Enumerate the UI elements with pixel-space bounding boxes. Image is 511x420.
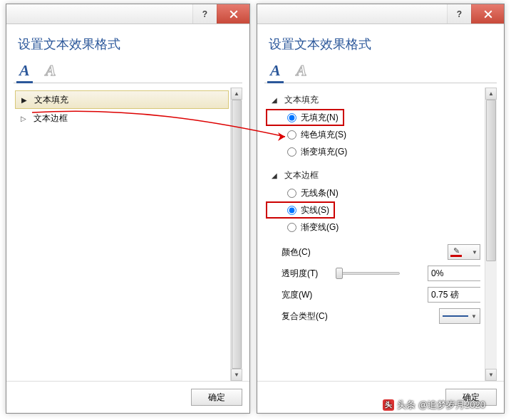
scroll-content-right: ◢ 文本填充 无填充(N) 纯色填充(S) 渐变填充(G) ◢ (264, 88, 485, 381)
prop-label: 复合类型(C) (282, 310, 330, 322)
paint-bucket-icon: ✎ (453, 247, 460, 255)
radio-label: 渐变线(G) (301, 221, 339, 233)
radio-input[interactable] (287, 147, 296, 157)
scroll-content-left: ▶ 文本填充 ▷ 文本边框 (14, 88, 230, 381)
section-label: 文本填充 (284, 94, 319, 106)
chevron-down-icon: ▼ (472, 249, 478, 256)
radio-input[interactable] (287, 130, 296, 140)
dialog-title: 设置文本效果格式 (264, 31, 497, 61)
chevron-down-icon: ◢ (272, 96, 280, 104)
radio-input[interactable] (287, 223, 296, 232)
section-text-fill[interactable]: ◢ 文本填充 (266, 90, 483, 109)
radio-label: 无线条(N) (301, 187, 339, 199)
watermark: 头 头条 @追梦岁月2020 (383, 399, 485, 411)
tab-text-fill[interactable]: A (269, 61, 282, 83)
chevron-right-icon: ▷ (21, 115, 29, 122)
dialog-right: ? 设置文本效果格式 A A ◢ 文本填充 无填充(N) 纯色 (257, 4, 505, 414)
ok-button[interactable]: 确定 (191, 389, 242, 406)
radio-gradient-fill[interactable]: 渐变填充(G) (266, 143, 483, 160)
radio-solid-fill[interactable]: 纯色填充(S) (266, 126, 483, 143)
prop-compound: 复合类型(C) ▼ (266, 305, 483, 327)
radio-no-fill[interactable]: 无填充(N) (266, 109, 344, 126)
width-spinner[interactable]: ▲ ▼ (428, 287, 480, 303)
toutiao-icon: 头 (383, 399, 394, 411)
tab-text-outline[interactable]: A (295, 61, 309, 83)
dialog-title: 设置文本效果格式 (14, 31, 242, 61)
tree-item-text-outline[interactable]: ▷ 文本边框 (15, 109, 229, 127)
chevron-down-icon: ▼ (471, 313, 477, 320)
close-button[interactable] (217, 4, 249, 23)
prop-label: 宽度(W) (282, 289, 330, 301)
radio-input[interactable] (287, 206, 296, 215)
color-picker-button[interactable]: ✎ ▼ (448, 244, 480, 260)
transparency-spinner[interactable]: ▲ ▼ (428, 266, 480, 281)
transparency-input[interactable] (428, 266, 485, 280)
help-button[interactable]: ? (192, 4, 217, 23)
radio-solid-line[interactable]: 实线(S) (266, 201, 335, 219)
scrollbar[interactable]: ▲ ▼ (485, 88, 497, 381)
tab-strip: A A (14, 61, 242, 83)
scrollbar[interactable]: ▲ ▼ (230, 88, 242, 381)
prop-label: 颜色(C) (282, 246, 330, 258)
tab-text-outline[interactable]: A (44, 61, 58, 83)
tree-label: 文本填充 (34, 94, 68, 106)
help-button[interactable]: ? (447, 4, 471, 23)
prop-label: 透明度(T) (282, 268, 330, 280)
tree-label: 文本边框 (33, 112, 68, 125)
prop-color: 颜色(C) ✎ ▼ (266, 241, 483, 263)
slider-thumb[interactable] (336, 268, 343, 279)
button-bar: 确定 (6, 381, 249, 413)
scroll-up-button[interactable]: ▲ (231, 88, 242, 100)
tab-strip: A A (264, 61, 497, 83)
tree-item-text-fill[interactable]: ▶ 文本填充 (15, 90, 229, 109)
titlebar: ? (257, 4, 504, 24)
prop-transparency: 透明度(T) ▲ ▼ (266, 263, 483, 284)
scroll-thumb[interactable] (486, 100, 496, 261)
transparency-slider[interactable] (336, 268, 400, 279)
radio-label: 无填充(N) (301, 112, 339, 124)
chevron-right-icon: ▶ (21, 96, 30, 104)
scroll-up-button[interactable]: ▲ (485, 88, 497, 100)
scroll-down-button[interactable]: ▼ (231, 369, 242, 381)
radio-no-line[interactable]: 无线条(N) (266, 184, 483, 201)
watermark-text: 头条 @追梦岁月2020 (397, 399, 485, 411)
tab-text-fill[interactable]: A (18, 61, 31, 83)
radio-label: 渐变填充(G) (301, 146, 347, 158)
compound-type-button[interactable]: ▼ (439, 308, 480, 324)
radio-input[interactable] (287, 113, 296, 122)
line-style-icon (443, 315, 468, 317)
width-input[interactable] (428, 288, 485, 302)
color-swatch (450, 255, 462, 257)
scroll-down-button[interactable]: ▼ (485, 369, 497, 381)
radio-label: 纯色填充(S) (301, 129, 346, 141)
dialog-left: ? 设置文本效果格式 A A ▶ 文本填充 ▷ 文本边框 ▲ (6, 4, 250, 414)
section-label: 文本边框 (284, 169, 319, 182)
prop-width: 宽度(W) ▲ ▼ (266, 284, 483, 305)
close-button[interactable] (471, 4, 504, 23)
chevron-down-icon: ◢ (272, 172, 280, 179)
radio-gradient-line[interactable]: 渐变线(G) (266, 219, 483, 236)
scroll-thumb[interactable] (232, 100, 242, 369)
radio-input[interactable] (287, 189, 296, 198)
section-text-outline[interactable]: ◢ 文本边框 (266, 166, 483, 184)
radio-label: 实线(S) (301, 204, 329, 216)
titlebar: ? (6, 4, 249, 24)
